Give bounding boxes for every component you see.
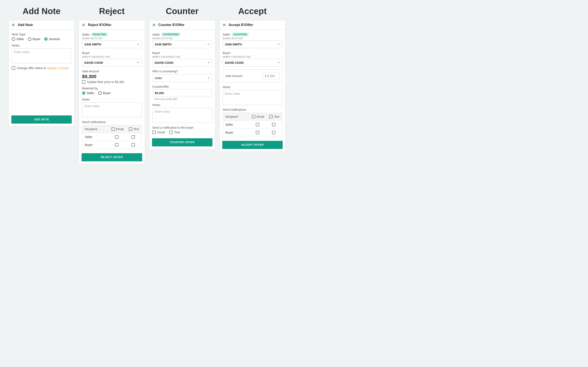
notifications-table: Recipient Email Text Seller Buyer (223, 113, 282, 137)
checkbox-icon[interactable] (269, 115, 273, 118)
close-icon[interactable] (82, 24, 85, 26)
radio-label: General (49, 37, 60, 41)
notif-text-row[interactable]: Text (169, 131, 180, 134)
checkbox-icon[interactable] (169, 131, 173, 134)
floor-hint: Floor price is $11,500 (153, 98, 212, 100)
radio-circle-icon (44, 37, 48, 41)
buyer-select[interactable]: DAVID COOK (153, 59, 212, 67)
radio-seller[interactable]: Seller (12, 37, 24, 41)
send-notif-label: Send notifications (82, 120, 142, 124)
checkbox-seller-email[interactable] (256, 123, 259, 126)
th-recipient: Recipient (223, 113, 250, 121)
close-icon[interactable] (223, 24, 226, 26)
buyer-label: Buyer (153, 51, 212, 55)
sale-amount: $9,300 (82, 74, 142, 79)
radio-rejected-buyer[interactable]: Buyer (98, 91, 111, 95)
notifications-table: Recipient Email Text Seller Buyer (82, 125, 142, 149)
counter-panel: Counter IF/Offer Seller COUNTERING SUNNY… (149, 20, 215, 149)
close-icon[interactable] (12, 24, 15, 26)
sale-amount-label: Sale Amount (225, 74, 242, 78)
radio-buyer[interactable]: Buyer (28, 37, 41, 41)
radio-circle-icon (82, 91, 85, 95)
change-status-row[interactable]: Change offer status to waiting on buyer (12, 66, 71, 70)
radio-circle-icon (98, 91, 102, 95)
panel-title: Reject IF/Offer (88, 23, 111, 27)
counter-offer-button[interactable]: COUNTER OFFER (152, 138, 213, 146)
td-seller: Seller (223, 121, 250, 129)
seller-select[interactable]: SAM SMITH (153, 41, 212, 48)
notes-input[interactable] (153, 108, 212, 123)
counteroffer-label: Counteroffer (153, 85, 212, 88)
rejected-by-label: Rejected by (82, 87, 142, 90)
update-floor-text: Update floor price to $9,300 (87, 80, 124, 84)
radio-label: Buyer (33, 37, 41, 41)
notes-label: Notes (153, 103, 212, 107)
td-buyer: Buyer (82, 141, 109, 149)
notif-email-row[interactable]: Email (153, 131, 165, 134)
seller-company: SUNNY AUTO INC (82, 37, 142, 40)
buyer-select[interactable]: DAVID COOK (223, 59, 282, 67)
update-floor-row[interactable]: Update floor price to $9,300 (82, 80, 142, 84)
panel-title: Accept IF/Offer (229, 23, 253, 27)
checkbox-icon[interactable] (111, 127, 115, 131)
checkbox-seller-text[interactable] (132, 135, 135, 139)
td-buyer: Buyer (223, 129, 250, 136)
buyer-company: WINDY CHEVROLET INC (223, 56, 282, 58)
change-status-text: Change offer status to waiting on buyer (17, 66, 69, 70)
status-badge: COUNTERING (162, 33, 180, 36)
who-label: Who is countering? (153, 70, 212, 73)
checkbox-seller-email[interactable] (115, 135, 119, 139)
accept-offer-button[interactable]: ACCEPT OFFER (222, 141, 283, 149)
reject-panel: Reject IF/Offer Seller REJECTING SUNNY A… (79, 20, 145, 164)
buyer-select[interactable]: DAVID COOK (82, 59, 142, 67)
checkbox-buyer-email[interactable] (256, 131, 259, 134)
checkbox-icon[interactable] (129, 127, 132, 131)
notes-input[interactable] (12, 49, 71, 63)
counteroffer-input[interactable] (153, 89, 212, 97)
checkbox-icon[interactable] (82, 80, 85, 84)
close-icon[interactable] (153, 24, 155, 26)
notif-label: Email (158, 131, 165, 134)
sale-amount-input[interactable]: $ 9,300 (262, 73, 280, 79)
buyer-label: Buyer (223, 51, 282, 55)
notes-label: Notes (223, 85, 282, 89)
send-notif-label: Send notifications (223, 108, 282, 111)
radio-circle-icon (12, 37, 15, 41)
checkbox-buyer-email[interactable] (115, 143, 119, 147)
checkbox-icon[interactable] (252, 115, 255, 118)
checkbox-icon[interactable] (12, 66, 15, 70)
note-type-label: Note Type (12, 33, 71, 36)
checkbox-icon[interactable] (153, 131, 156, 134)
seller-label: Seller (82, 33, 90, 36)
reject-offer-button[interactable]: REJECT OFFER (82, 153, 142, 161)
add-note-panel: Add Note Note Type Seller Buyer (9, 20, 75, 126)
seller-company: SUNNY AUTO INC (223, 37, 282, 40)
td-seller: Seller (82, 133, 109, 141)
th-text: Text (126, 125, 142, 133)
radio-rejected-seller[interactable]: Seller (82, 91, 94, 95)
accept-panel: Accept IF/Offer Seller ACCEPTING SUNNY A… (220, 20, 285, 152)
notes-input[interactable] (82, 102, 142, 117)
who-select[interactable]: Seller (153, 74, 212, 82)
radio-label: Seller (87, 91, 94, 95)
radio-circle-icon (28, 37, 31, 41)
checkbox-buyer-text[interactable] (272, 131, 275, 134)
buyer-label: Buyer (82, 51, 142, 55)
radio-general[interactable]: General (44, 37, 60, 41)
panel-title: Counter IF/Offer (158, 23, 185, 27)
notes-label: Notes (12, 44, 71, 47)
notes-input[interactable] (223, 90, 282, 105)
th-recipient: Recipient (82, 125, 109, 133)
column-title-counter: Counter (149, 6, 215, 16)
checkbox-seller-text[interactable] (272, 123, 275, 126)
th-text: Text (267, 113, 282, 121)
add-note-button[interactable]: ADD NOTE (11, 116, 72, 124)
seller-label: Seller (223, 33, 230, 36)
seller-select[interactable]: SAM SMITH (223, 41, 282, 48)
column-title-add-note: Add Note (9, 6, 75, 16)
th-email: Email (249, 113, 267, 121)
status-badge: REJECTING (91, 33, 108, 36)
sale-amount-field: Sale Amount $ 9,300 (223, 70, 282, 82)
seller-select[interactable]: SAM SMITH (82, 41, 142, 48)
checkbox-buyer-text[interactable] (132, 143, 135, 147)
